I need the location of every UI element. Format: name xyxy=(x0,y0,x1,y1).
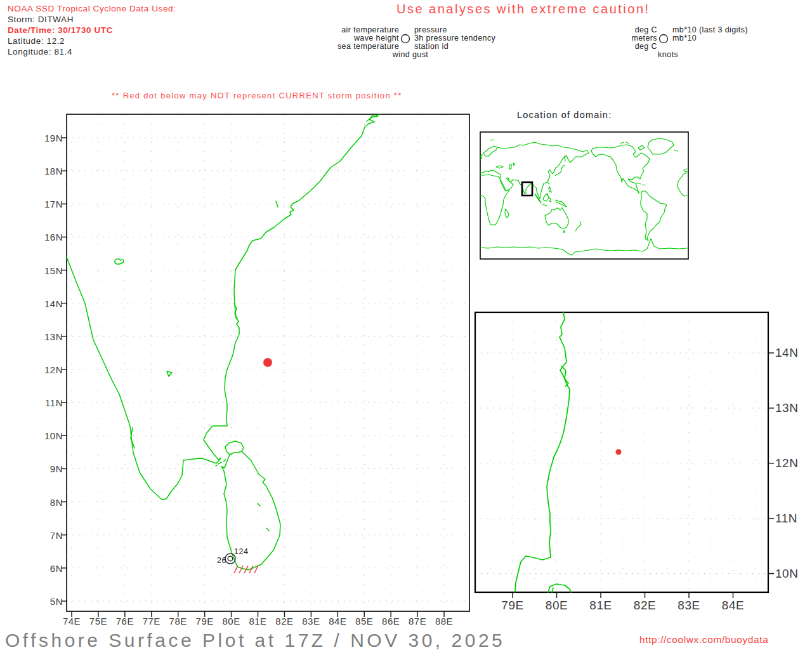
lat-tick-label: 13N xyxy=(44,331,63,342)
lat-tick-label: 7N xyxy=(50,529,63,540)
lon-tick-label: 82E xyxy=(275,616,293,627)
page: NOAA SSD Tropical Cyclone Data Used: Sto… xyxy=(0,0,812,650)
inset-title: Location of domain: xyxy=(517,110,612,120)
world-inset-map xyxy=(480,132,688,259)
lat-tick-label: 19N xyxy=(44,133,63,143)
lat-tick-label: 16N xyxy=(44,232,63,242)
storm-dot-zoom xyxy=(616,449,622,455)
header-longitude-line: Longitude: 81.4 xyxy=(8,47,72,56)
lat-tick-label: 12N xyxy=(775,456,798,470)
lat-tick-label: 11N xyxy=(45,397,63,408)
lon-tick-label: 83E xyxy=(302,616,320,627)
lon-tick-label: 79E xyxy=(501,599,523,613)
lon-tick-label: 87E xyxy=(409,616,426,627)
lat-tick-label: 12N xyxy=(44,364,63,375)
legend-wave-height: wave height xyxy=(354,34,399,43)
header-noaa-line: NOAA SSD Tropical Cyclone Data Used: xyxy=(8,4,176,13)
lon-tick-label: 86E xyxy=(382,616,400,627)
lon-tick-label: 76E xyxy=(116,616,134,627)
lon-tick-label: 79E xyxy=(196,616,214,627)
lon-tick-label: 88E xyxy=(435,616,453,627)
units-mb10: mb*10 xyxy=(672,34,697,43)
units-deg-c-sea: deg C xyxy=(635,42,657,51)
lat-tick-label: 5N xyxy=(50,595,63,606)
lon-tick-label: 84E xyxy=(329,616,346,627)
lat-tick-label: 9N xyxy=(50,463,63,474)
lon-tick-label: 80E xyxy=(222,616,240,627)
units-meters: meters xyxy=(631,34,657,43)
zoom-map-grid xyxy=(475,312,768,592)
lon-tick-label: 78E xyxy=(169,616,187,627)
main-map xyxy=(61,114,469,617)
lat-tick-label: 11N xyxy=(775,512,797,526)
lon-tick-label: 77E xyxy=(143,616,160,627)
lon-tick-label: 84E xyxy=(722,599,744,613)
lat-tick-label: 8N xyxy=(50,496,63,507)
units-model-circle-icon xyxy=(660,35,668,43)
header-storm-line: Storm: DITWAH xyxy=(8,15,74,24)
lat-tick-label: 14N xyxy=(775,346,798,360)
lon-tick-label: 74E xyxy=(63,616,81,627)
footer-url-link[interactable]: http://coolwx.com/buoydata xyxy=(639,634,768,646)
lat-tick-label: 6N xyxy=(50,562,63,573)
zoom-map-coastline xyxy=(515,312,571,592)
zoom-map xyxy=(475,312,774,598)
units-deg-c-air: deg C xyxy=(635,25,657,34)
lat-tick-label: 13N xyxy=(775,401,798,415)
header-latitude-line: Latitude: 12.2 xyxy=(8,36,65,46)
lat-tick-label: 17N xyxy=(44,199,63,209)
lon-tick-label: 81E xyxy=(249,616,266,627)
units-knots: knots xyxy=(658,50,678,59)
lon-tick-label: 80E xyxy=(546,599,568,613)
station-model-circle-icon xyxy=(402,35,410,43)
legend-pressure-tendency: 3h pressure tendency xyxy=(414,34,495,43)
lon-tick-label: 75E xyxy=(89,616,107,627)
zoom-map-border xyxy=(475,312,768,592)
lat-tick-label: 10N xyxy=(775,567,798,581)
storm-dot-main xyxy=(263,358,272,367)
legend-wind-gust: wind gust xyxy=(393,50,428,59)
lat-tick-label: 14N xyxy=(44,298,63,308)
lat-tick-label: 10N xyxy=(44,430,63,441)
units-mb10-last3: mb*10 (last 3 digits) xyxy=(672,25,748,34)
zoom-map-ticks xyxy=(513,353,774,598)
station-plot xyxy=(225,554,258,573)
footer-title: Offshore Surface Plot at 17Z / NOV 30, 2… xyxy=(5,630,505,650)
legend-station-id: station id xyxy=(414,42,449,51)
world-coastlines xyxy=(480,138,687,255)
lon-tick-label: 85E xyxy=(355,616,373,627)
lon-tick-label: 81E xyxy=(589,599,612,613)
storm-position-warning: ** Red dot below may NOT represent CURRE… xyxy=(112,91,402,100)
station-pressure-value: 124 xyxy=(234,547,248,556)
legend-air-temperature: air temperature xyxy=(341,25,399,34)
station-sea-temp-value: 26 xyxy=(217,556,226,565)
lon-tick-label: 82E xyxy=(634,599,656,613)
lon-tick-label: 83E xyxy=(678,599,700,613)
lat-tick-label: 18N xyxy=(44,166,63,176)
main-map-ticks xyxy=(61,138,444,617)
lat-tick-label: 15N xyxy=(44,265,63,275)
caution-banner: Use analyses with extreme caution! xyxy=(396,2,650,17)
header-datetime-line: Date/Time: 30/1730 UTC xyxy=(8,25,113,35)
legend-sea-temperature: sea temperature xyxy=(337,42,399,51)
legend-pressure: pressure xyxy=(414,25,447,34)
